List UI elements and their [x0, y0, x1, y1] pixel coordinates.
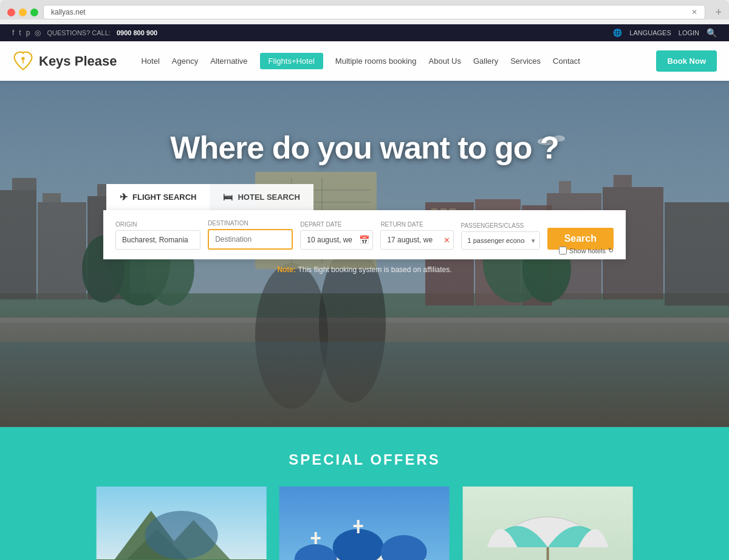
special-offers-section: SPECIAL OFFERS: [0, 427, 729, 560]
top-bar-right: 🌐 LANGUAGES LOGIN 🔍: [613, 28, 717, 38]
address-bar[interactable]: kallyas.net ✕: [43, 5, 705, 19]
return-label: Return date: [380, 221, 453, 228]
search-box: Origin Destination Depart date 📅 Return …: [103, 210, 626, 259]
greece-image: [274, 487, 454, 560]
logo[interactable]: Keys Please: [12, 50, 117, 72]
nav-hotel[interactable]: Hotel: [141, 56, 159, 66]
passenger-class-field: Passengers/Class 1 passenger economy cla…: [461, 222, 540, 250]
offer-cards: [91, 487, 638, 560]
destination-field: Destination: [208, 220, 293, 250]
hero-title: Where do you want to go ?: [170, 129, 558, 166]
tab-hotel-search[interactable]: 🛏 HOTEL SEARCH: [210, 184, 313, 210]
offer-card-mountain[interactable]: [91, 487, 272, 560]
svg-rect-39: [0, 342, 729, 427]
passengers-label: Passengers/Class: [461, 222, 540, 229]
show-hotels-checkbox[interactable]: Show hotels ↻: [559, 247, 614, 254]
search-icon[interactable]: 🔍: [707, 28, 717, 38]
show-hotels-label: Show hotels: [569, 247, 606, 254]
nav-gallery[interactable]: Gallery: [473, 56, 498, 66]
nav-about-us[interactable]: About Us: [429, 56, 461, 66]
show-hotels-check[interactable]: [559, 247, 567, 254]
pinterest-icon[interactable]: p: [26, 29, 30, 37]
depart-label: Depart date: [300, 221, 373, 228]
hotel-icon: 🛏: [223, 192, 233, 203]
close-button[interactable]: [7, 9, 15, 16]
mountain-image: [91, 487, 272, 560]
note-bar: Note: This flight booking system is base…: [0, 259, 729, 280]
logo-icon: [12, 50, 34, 72]
calendar-icon: 📅: [359, 235, 369, 245]
svg-rect-28: [0, 318, 729, 342]
hero-inner: Where do you want to go ? ✈ FLIGHT SEARC…: [0, 81, 729, 280]
nav-agency[interactable]: Agency: [172, 56, 198, 66]
nav-multiple-rooms[interactable]: Multiple rooms booking: [335, 56, 417, 66]
svg-rect-29: [0, 318, 729, 323]
languages-button[interactable]: LANGUAGES: [629, 29, 671, 36]
phone-label: QUESTIONS? CALL:: [47, 29, 111, 36]
nav-flights-hotel[interactable]: Flights+Hotel: [260, 53, 323, 69]
top-bar: f t p ◎ QUESTIONS? CALL: 0900 800 900 🌐 …: [0, 24, 729, 41]
passenger-select[interactable]: 1 passenger economy class: [461, 231, 540, 250]
svg-rect-65: [354, 525, 363, 527]
offer-card-beach[interactable]: [457, 487, 638, 560]
logo-text: Keys Please: [39, 53, 117, 69]
depart-date-field: Depart date 📅: [300, 221, 373, 250]
traffic-lights: [7, 9, 38, 16]
chat-icon[interactable]: ◎: [35, 29, 41, 37]
destination-input[interactable]: [208, 229, 293, 250]
note-label: Note:: [277, 265, 298, 274]
url-text: kallyas.net: [51, 8, 86, 16]
hero-content: Where do you want to go ?: [170, 81, 558, 166]
special-offers-title: SPECIAL OFFERS: [12, 451, 717, 468]
new-tab-button[interactable]: +: [715, 6, 722, 19]
origin-label: Origin: [115, 221, 200, 228]
minimize-button[interactable]: [19, 9, 27, 16]
nav-contact[interactable]: Contact: [553, 56, 580, 66]
return-input[interactable]: [380, 230, 453, 250]
fullscreen-button[interactable]: [30, 9, 38, 16]
phone-number: 0900 800 900: [117, 29, 157, 36]
origin-input[interactable]: [115, 230, 200, 250]
note-text: This flight booking system is based on a…: [298, 265, 451, 274]
login-button[interactable]: LOGIN: [679, 29, 699, 36]
book-now-button[interactable]: Book Now: [656, 50, 717, 72]
facebook-icon[interactable]: f: [12, 29, 14, 37]
svg-rect-63: [311, 537, 321, 539]
return-date-field: Return date ✕: [380, 221, 453, 250]
tab-flight-search[interactable]: ✈ FLIGHT SEARCH: [106, 184, 210, 210]
beach-image: [457, 487, 638, 560]
close-tab-icon[interactable]: ✕: [691, 8, 697, 16]
globe-icon: 🌐: [613, 29, 622, 37]
nav-alternative[interactable]: Alternative: [210, 56, 247, 66]
search-tabs: ✈ FLIGHT SEARCH 🛏 HOTEL SEARCH: [106, 184, 313, 210]
hero-section: Where do you want to go ? ✈ FLIGHT SEARC…: [0, 81, 729, 427]
twitter-icon[interactable]: t: [19, 29, 21, 37]
top-bar-left: f t p ◎ QUESTIONS? CALL: 0900 800 900: [12, 29, 157, 37]
svg-point-47: [145, 511, 218, 559]
main-navigation: Keys Please Hotel Agency Alternative Fli…: [0, 41, 729, 81]
browser-frame: kallyas.net ✕ +: [0, 0, 729, 19]
social-icons: f t p ◎: [12, 29, 41, 37]
tab-flight-label: FLIGHT SEARCH: [132, 193, 196, 202]
clear-return-icon[interactable]: ✕: [443, 236, 450, 245]
nav-services[interactable]: Services: [510, 56, 541, 66]
svg-point-0: [21, 56, 24, 60]
offer-card-greece[interactable]: [274, 487, 454, 560]
refresh-icon: ↻: [608, 247, 614, 254]
tab-hotel-label: HOTEL SEARCH: [238, 193, 299, 202]
origin-field: Origin: [115, 221, 200, 250]
destination-label: Destination: [208, 220, 293, 227]
svg-rect-3: [0, 293, 729, 427]
nav-links: Hotel Agency Alternative Flights+Hotel M…: [141, 53, 656, 69]
flight-icon: ✈: [120, 191, 128, 203]
